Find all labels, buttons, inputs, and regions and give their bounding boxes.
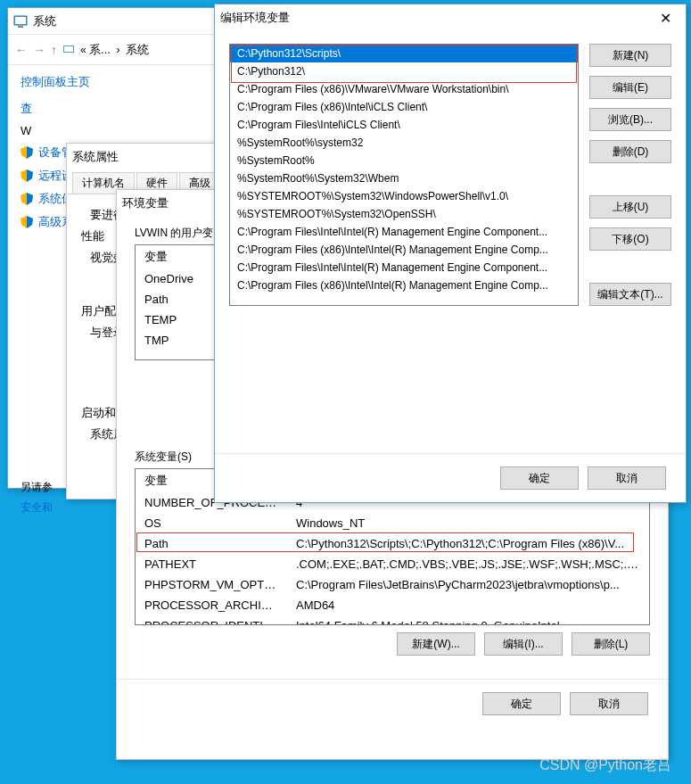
path-list[interactable]: C:\Python312\Scripts\C:\Python312\C:\Pro… xyxy=(229,44,579,306)
table-row[interactable]: PATHEXT.COM;.EXE;.BAT;.CMD;.VBS;.VBE;.JS… xyxy=(136,554,649,574)
path-entry[interactable]: %SYSTEMROOT%\System32\OpenSSH\ xyxy=(230,205,578,223)
delete-sysvar-button[interactable]: 删除(L) xyxy=(572,632,650,656)
control-panel-home-link[interactable]: 控制面板主页 xyxy=(21,74,202,90)
svg-rect-1 xyxy=(15,17,26,24)
path-entry[interactable]: %SYSTEMROOT%\System32\WindowsPowerShell\… xyxy=(230,187,578,205)
nav-back-icon[interactable]: ← xyxy=(15,43,28,57)
path-entry[interactable]: C:\Program Files\Intel\iCLS Client\ xyxy=(230,116,578,134)
edit-env-var-window: 编辑环境变量 ✕ C:\Python312\Scripts\C:\Python3… xyxy=(214,4,687,503)
shield-icon xyxy=(21,146,33,159)
path-entry[interactable]: C:\Program Files (x86)\Intel\Intel(R) Ma… xyxy=(230,241,578,259)
shield-icon xyxy=(21,169,33,182)
table-row[interactable]: PROCESSOR_IDENTIFIERIntel64 Family 6 Mod… xyxy=(136,615,649,625)
edit-sysvar-button[interactable]: 编辑(I)... xyxy=(484,632,563,656)
move-up-button[interactable]: 上移(U) xyxy=(589,195,671,219)
table-row[interactable]: PROCESSOR_ARCHITECT...AMD64 xyxy=(136,595,649,615)
path-entry[interactable]: C:\Program Files (x86)\VMware\VMware Wor… xyxy=(230,80,578,98)
new-sysvar-button[interactable]: 新建(W)... xyxy=(397,632,475,656)
ok-button[interactable]: 确定 xyxy=(500,466,579,490)
path-entry[interactable]: %SystemRoot%\system32 xyxy=(230,134,578,152)
close-icon[interactable]: ✕ xyxy=(651,10,680,27)
title-text: 编辑环境变量 xyxy=(220,10,290,26)
breadcrumb[interactable]: « 系... › 系统 xyxy=(80,42,149,58)
path-entry[interactable]: C:\Python312\ xyxy=(230,62,578,80)
shield-icon xyxy=(21,216,33,228)
table-row[interactable]: PathC:\Python312\Scripts\;C:\Python312\;… xyxy=(136,533,649,554)
cancel-button[interactable]: 取消 xyxy=(570,692,648,715)
browse-button[interactable]: 浏览(B)... xyxy=(589,108,671,131)
move-down-button[interactable]: 下移(O) xyxy=(589,227,671,251)
path-entry[interactable]: C:\Program Files\Intel\Intel(R) Manageme… xyxy=(230,259,578,276)
cancel-button[interactable]: 取消 xyxy=(588,466,666,490)
svg-rect-4 xyxy=(64,46,73,52)
title-text: 环境变量 xyxy=(122,195,169,211)
breadcrumb-bar: ← → ↑ « 系... › 系统 xyxy=(8,35,215,65)
path-entry[interactable]: C:\Program Files\Intel\Intel(R) Manageme… xyxy=(230,223,578,241)
title-text: 系统 xyxy=(33,13,56,29)
nav-fwd-icon[interactable]: → xyxy=(33,43,45,57)
new-button[interactable]: 新建(N) xyxy=(589,44,671,67)
titlebar[interactable]: 编辑环境变量 ✕ xyxy=(215,4,686,31)
path-entry[interactable]: %SystemRoot%\System32\Wbem xyxy=(230,169,578,187)
table-row[interactable]: PHPSTORM_VM_OPTIONSC:\Program Files\JetB… xyxy=(136,574,649,595)
table-row[interactable]: OSWindows_NT xyxy=(136,513,649,533)
computer-icon xyxy=(62,44,75,56)
svg-rect-2 xyxy=(18,26,23,28)
title-text: 系统属性 xyxy=(72,149,119,165)
computer-icon xyxy=(13,14,28,29)
path-entry[interactable]: C:\Program Files (x86)\Intel\iCLS Client… xyxy=(230,98,578,116)
shield-icon xyxy=(21,193,33,205)
path-entry[interactable]: C:\Program Files (x86)\Intel\Intel(R) Ma… xyxy=(230,276,578,294)
edit-button[interactable]: 编辑(E) xyxy=(589,76,671,99)
nav-up-icon[interactable]: ↑ xyxy=(51,43,57,57)
path-entry[interactable]: C:\Python312\Scripts\ xyxy=(230,45,578,62)
w-text: W xyxy=(21,124,202,137)
path-entry[interactable]: %SystemRoot% xyxy=(230,152,578,169)
edit-text-button[interactable]: 编辑文本(T)... xyxy=(589,283,671,306)
delete-button[interactable]: 删除(D) xyxy=(589,140,671,163)
view-link[interactable]: 查 xyxy=(21,101,202,117)
titlebar[interactable]: 系统 xyxy=(8,8,215,35)
ok-button[interactable]: 确定 xyxy=(482,692,561,715)
